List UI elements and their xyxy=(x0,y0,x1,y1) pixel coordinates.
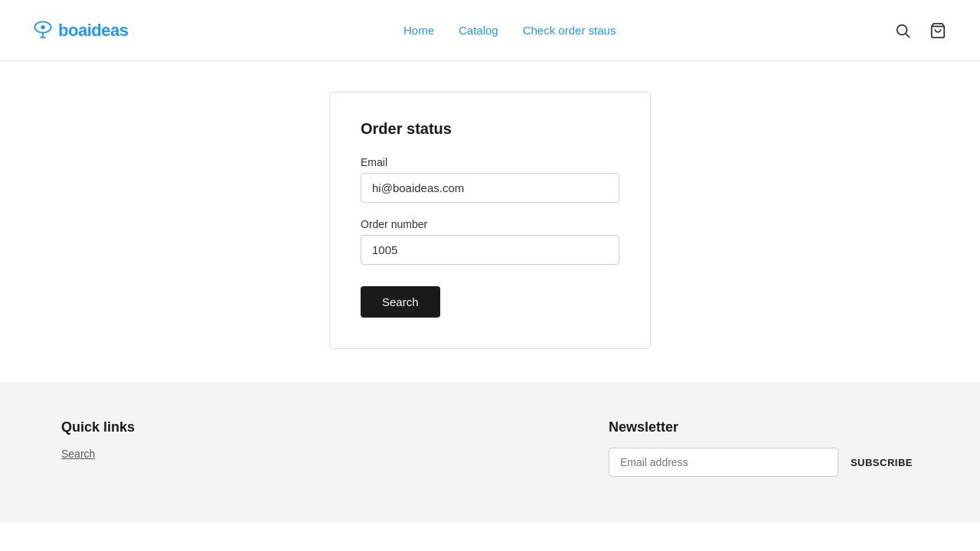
nav-check-order-status[interactable]: Check order staus xyxy=(523,24,616,37)
order-number-label: Order number xyxy=(361,218,619,230)
main-nav: Home Catalog Check order staus xyxy=(403,24,616,37)
order-status-card: Order status Email Order number Search xyxy=(329,92,651,349)
order-status-title: Order status xyxy=(361,120,619,138)
quick-links-title: Quick links xyxy=(61,419,135,435)
nav-catalog[interactable]: Catalog xyxy=(459,24,498,37)
subscribe-button[interactable]: SUBSCRIBE xyxy=(844,454,919,471)
svg-point-4 xyxy=(897,24,907,34)
email-input[interactable] xyxy=(361,173,619,203)
search-icon xyxy=(894,22,911,39)
logo[interactable]: boaideas xyxy=(31,18,128,43)
site-footer: Quick links Search Newsletter SUBSCRIBE xyxy=(0,383,980,523)
email-label: Email xyxy=(361,156,619,168)
order-number-input[interactable] xyxy=(361,235,619,265)
search-button[interactable]: Search xyxy=(361,286,440,318)
logo-icon xyxy=(31,18,55,43)
cart-icon-button[interactable] xyxy=(926,19,949,42)
newsletter-section: Newsletter SUBSCRIBE xyxy=(609,419,919,477)
newsletter-row: SUBSCRIBE xyxy=(609,448,919,477)
quick-links-section: Quick links Search xyxy=(61,419,135,477)
header-icons xyxy=(891,19,949,42)
logo-text: boaideas xyxy=(58,21,128,41)
email-group: Email xyxy=(361,156,619,203)
newsletter-email-input[interactable] xyxy=(609,448,838,477)
svg-line-5 xyxy=(906,34,910,37)
order-number-group: Order number xyxy=(361,218,619,265)
cart-icon xyxy=(929,22,946,39)
svg-point-1 xyxy=(41,24,44,28)
site-header: boaideas Home Catalog Check order staus xyxy=(0,0,980,61)
newsletter-title: Newsletter xyxy=(609,419,919,435)
footer-search-link[interactable]: Search xyxy=(61,448,135,460)
main-content: Order status Email Order number Search xyxy=(0,61,980,383)
nav-home[interactable]: Home xyxy=(403,24,434,37)
search-icon-button[interactable] xyxy=(891,19,914,42)
